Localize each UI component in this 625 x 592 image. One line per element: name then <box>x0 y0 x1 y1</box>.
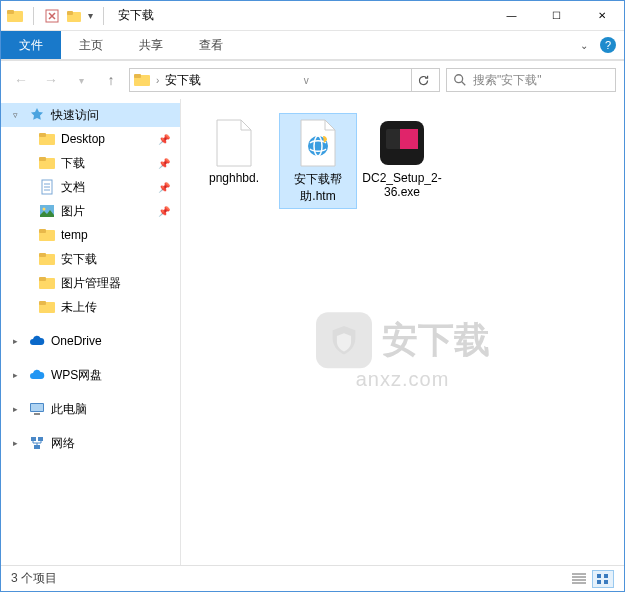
expand-icon[interactable]: ▸ <box>13 404 23 414</box>
svg-rect-10 <box>39 133 46 137</box>
address-folder-icon <box>134 72 150 88</box>
search-input[interactable]: 搜索"安下载" <box>446 68 616 92</box>
svg-rect-37 <box>597 580 601 584</box>
computer-icon <box>29 401 45 417</box>
tab-view[interactable]: 查看 <box>181 31 241 59</box>
address-box[interactable]: › 安下载 v <box>129 68 440 92</box>
nav-sidebar: ▿ 快速访问 Desktop📌下载📌文档📌图片📌temp安下载图片管理器未上传 … <box>1 99 181 565</box>
view-details-button[interactable] <box>568 570 590 588</box>
svg-rect-4 <box>67 11 73 15</box>
view-icons-button[interactable] <box>592 570 614 588</box>
sidebar-item-label: 此电脑 <box>51 401 87 418</box>
sidebar-item[interactable]: temp <box>1 223 180 247</box>
svg-rect-38 <box>604 580 608 584</box>
titlebar: ▾ 安下载 — ☐ ✕ <box>1 1 624 31</box>
sidebar-item[interactable]: 图片管理器 <box>1 271 180 295</box>
sidebar-item-label: 未上传 <box>61 299 97 316</box>
folder-icon <box>39 251 55 267</box>
nav-back-button[interactable]: ← <box>9 68 33 92</box>
shield-icon <box>316 312 372 368</box>
network-icon <box>29 435 45 451</box>
file-type-icon <box>378 117 426 169</box>
file-item[interactable]: pnghhbd. <box>195 113 273 209</box>
expand-icon[interactable]: ▸ <box>13 438 23 448</box>
sidebar-item[interactable]: 图片📌 <box>1 199 180 223</box>
sidebar-item-label: 文档 <box>61 179 85 196</box>
help-icon[interactable]: ? <box>600 37 616 53</box>
watermark: 安下载 anxz.com <box>316 312 490 391</box>
tab-home[interactable]: 主页 <box>61 31 121 59</box>
nav-up-button[interactable]: ↑ <box>99 68 123 92</box>
svg-rect-36 <box>604 574 608 578</box>
pictures-icon <box>39 203 55 219</box>
file-type-icon <box>210 117 258 169</box>
watermark-sub: anxz.com <box>316 368 490 391</box>
qat-properties-icon[interactable] <box>44 8 60 24</box>
svg-rect-1 <box>7 10 14 14</box>
svg-rect-19 <box>39 253 46 257</box>
breadcrumb-sep-icon[interactable]: › <box>156 75 159 86</box>
file-name-label: DC2_Setup_2-36.exe <box>362 171 441 199</box>
sidebar-item[interactable]: Desktop📌 <box>1 127 180 151</box>
svg-rect-6 <box>134 74 141 78</box>
qat-dropdown-icon[interactable]: ▾ <box>88 10 93 21</box>
cloud-icon <box>29 333 45 349</box>
folder-icon <box>39 131 55 147</box>
sidebar-item-label: 网络 <box>51 435 75 452</box>
cloud-icon <box>29 367 45 383</box>
sidebar-thispc[interactable]: ▸ 此电脑 <box>1 397 180 421</box>
refresh-button[interactable] <box>411 69 435 91</box>
file-name-label: pnghhbd. <box>209 171 259 185</box>
sidebar-item-label: Desktop <box>61 132 105 146</box>
sidebar-item-label: temp <box>61 228 88 242</box>
qat-separator-2 <box>103 7 104 25</box>
svg-point-7 <box>455 75 463 83</box>
sidebar-quick-access[interactable]: ▿ 快速访问 <box>1 103 180 127</box>
expand-icon[interactable]: ▸ <box>13 370 23 380</box>
address-dropdown-icon[interactable]: v <box>294 69 318 91</box>
document-icon <box>39 179 55 195</box>
file-list[interactable]: pnghhbd.安下载帮助.htmDC2_Setup_2-36.exe 安下载 … <box>181 99 624 565</box>
sidebar-item-label: 图片管理器 <box>61 275 121 292</box>
sidebar-item[interactable]: 文档📌 <box>1 175 180 199</box>
sidebar-item[interactable]: 下载📌 <box>1 151 180 175</box>
tab-share[interactable]: 共享 <box>121 31 181 59</box>
svg-rect-29 <box>34 445 40 449</box>
pin-icon: 📌 <box>158 182 170 193</box>
expand-icon[interactable]: ▸ <box>13 336 23 346</box>
qat-newfolder-icon[interactable] <box>66 8 82 24</box>
svg-rect-34 <box>400 129 418 149</box>
tab-file[interactable]: 文件 <box>1 31 61 59</box>
titlebar-left: ▾ 安下载 <box>1 7 154 25</box>
file-type-icon <box>294 117 342 169</box>
svg-rect-27 <box>31 437 36 441</box>
nav-forward-button[interactable]: → <box>39 68 63 92</box>
svg-rect-25 <box>31 404 43 411</box>
ribbon-expand-icon[interactable]: ⌄ <box>580 40 588 51</box>
sidebar-network[interactable]: ▸ 网络 <box>1 431 180 455</box>
sidebar-item[interactable]: 未上传 <box>1 295 180 319</box>
sidebar-wps[interactable]: ▸ WPS网盘 <box>1 363 180 387</box>
breadcrumb-segment[interactable]: 安下载 <box>165 72 201 89</box>
folder-icon <box>39 227 55 243</box>
svg-rect-21 <box>39 277 46 281</box>
sidebar-item[interactable]: 安下载 <box>1 247 180 271</box>
sidebar-item-label: 快速访问 <box>51 107 99 124</box>
star-icon <box>29 107 45 123</box>
maximize-button[interactable]: ☐ <box>534 1 579 30</box>
svg-rect-28 <box>38 437 43 441</box>
close-button[interactable]: ✕ <box>579 1 624 30</box>
svg-point-15 <box>43 208 46 211</box>
nav-recent-dropdown[interactable]: ▾ <box>69 68 93 92</box>
sidebar-item-label: 图片 <box>61 203 85 220</box>
file-item[interactable]: 安下载帮助.htm <box>279 113 357 209</box>
sidebar-onedrive[interactable]: ▸ OneDrive <box>1 329 180 353</box>
folder-icon <box>39 155 55 171</box>
file-item[interactable]: DC2_Setup_2-36.exe <box>363 113 441 209</box>
window-title: 安下载 <box>118 7 154 24</box>
search-icon <box>453 73 467 87</box>
app-folder-icon <box>7 8 23 24</box>
statusbar: 3 个项目 <box>1 565 624 591</box>
minimize-button[interactable]: — <box>489 1 534 30</box>
expand-icon[interactable]: ▿ <box>13 110 23 120</box>
